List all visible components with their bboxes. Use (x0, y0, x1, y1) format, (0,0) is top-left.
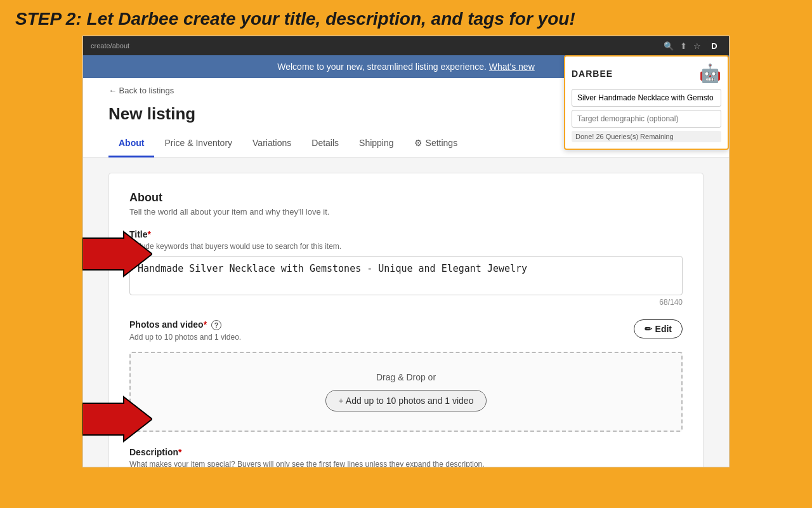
tab-variations[interactable]: Variations (242, 130, 301, 157)
drag-drop-text: Drag & Drop or (150, 372, 662, 382)
darbee-popup: DARBEE 🤖 Done! 26 Queries(s) Remaining (564, 55, 729, 150)
drop-zone[interactable]: Drag & Drop or + Add up to 10 photos and… (129, 352, 683, 432)
description-label: Description* (129, 447, 683, 457)
photos-required-marker: * (204, 319, 207, 330)
photos-header: Photos and video* ? Add up to 10 photos … (129, 319, 683, 347)
pencil-icon: ✏ (645, 324, 652, 334)
description-required-marker: * (178, 447, 181, 457)
section-title: About (129, 191, 683, 204)
title-char-count: 68/140 (129, 298, 683, 307)
gear-icon: ⚙ (414, 138, 422, 148)
notif-text: Welcome to your new, streamlined listing… (277, 62, 487, 72)
title-input[interactable]: Handmade Silver Necklace with Gemstones … (138, 263, 674, 286)
share-icon[interactable]: ⬆ (680, 41, 687, 51)
photos-hint: Add up to 10 photos and 1 video. (129, 333, 241, 342)
darbee-status: Done! 26 Queries(s) Remaining (572, 131, 721, 142)
tab-details[interactable]: Details (301, 130, 349, 157)
title-hint: Include keywords that buyers would use t… (129, 242, 683, 251)
browser-chrome: create/about 🔍 ⬆ ☆ D (83, 36, 729, 55)
description-hint: What makes your item special? Buyers wil… (129, 460, 683, 467)
title-required-marker: * (148, 229, 151, 239)
tab-settings[interactable]: ⚙ Settings (404, 130, 468, 157)
darbee-main-input[interactable] (572, 89, 721, 107)
darbee-header: DARBEE 🤖 (572, 63, 721, 84)
darbee-target-input[interactable] (572, 110, 721, 128)
tab-shipping[interactable]: Shipping (349, 130, 404, 157)
darbee-extension-icon[interactable]: D (707, 39, 721, 53)
description-field-group: Description* What makes your item specia… (129, 447, 683, 467)
page-wrapper: STEP 2: Let Darbee create your title, de… (0, 0, 812, 467)
photos-label: Photos and video* ? (129, 319, 241, 330)
tab-about[interactable]: About (108, 130, 154, 157)
browser-url: create/about (91, 42, 129, 50)
tab-price-inventory[interactable]: Price & Inventory (154, 130, 242, 157)
title-label: Title* (129, 229, 683, 239)
browser-window: create/about 🔍 ⬆ ☆ D DARBEE 🤖 Done! 26 Q… (82, 36, 730, 467)
content-area: About Tell the world all about your item… (108, 157, 704, 467)
title-field-group: Title* Include keywords that buyers woul… (129, 229, 683, 307)
browser-icons: 🔍 ⬆ ☆ D (664, 39, 721, 53)
title-input-wrapper: Handmade Silver Necklace with Gemstones … (129, 256, 683, 295)
darbee-robot-icon: 🤖 (699, 63, 721, 84)
search-icon[interactable]: 🔍 (664, 41, 674, 51)
top-banner: STEP 2: Let Darbee create your title, de… (0, 0, 812, 36)
add-photos-button[interactable]: + Add up to 10 photos and 1 video (325, 390, 487, 411)
whats-new-link[interactable]: What's new (489, 62, 535, 72)
photos-field-group: Photos and video* ? Add up to 10 photos … (129, 319, 683, 432)
darbee-label: DARBEE (572, 69, 613, 79)
photos-edit-button[interactable]: ✏ Edit (634, 319, 683, 338)
bookmark-icon[interactable]: ☆ (693, 41, 701, 51)
photos-help-icon[interactable]: ? (211, 320, 221, 330)
step-heading: STEP 2: Let Darbee create your title, de… (15, 9, 797, 29)
about-card: About Tell the world all about your item… (108, 173, 704, 467)
photos-label-group: Photos and video* ? Add up to 10 photos … (129, 319, 241, 347)
section-subtitle: Tell the world all about your item and w… (129, 207, 683, 217)
